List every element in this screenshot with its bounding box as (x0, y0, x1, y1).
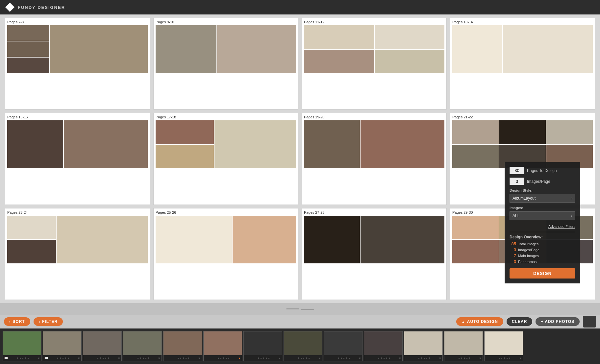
spread-label: Pages 21-22 (452, 115, 593, 119)
book-icon-3: 📖 (85, 356, 88, 360)
filmstrip-item-2[interactable]: 📖 ★ ★ ★ ★ ★ ♥ (43, 331, 82, 361)
spread-label: Pages 19-20 (304, 115, 444, 119)
book-icon-5: 📖 (165, 356, 168, 360)
spread-label: Pages 13-14 (452, 20, 593, 24)
filmstrip-item-3[interactable]: 📖 ★ ★ ★ ★ ★ ♥ (83, 331, 122, 361)
auto-design-button[interactable]: ▲ AUTO DESIGN (456, 317, 503, 326)
filmstrip-item-7[interactable]: 📖 ★ ★ ★ ★ ★ ♥ (243, 331, 282, 361)
advanced-filters-link[interactable]: Advanced Filters (548, 225, 575, 229)
design-style-select[interactable]: AlbumLayout › (510, 194, 575, 203)
heart-icon-5: ♥ (198, 356, 200, 360)
book-icon-2: 📖 (44, 356, 48, 360)
book-icon-11: 📖 (406, 356, 409, 360)
divider-handle[interactable] (0, 303, 600, 315)
filmstrip-footer-13: 📖 ★ ★ ★ ★ ★ ♥ (485, 355, 523, 361)
filter-button[interactable]: ‹ FILTER (34, 317, 63, 326)
spread-pages-9-10[interactable]: Pages 9-10 (153, 18, 298, 109)
stars-2: ★ ★ ★ ★ ★ (57, 357, 69, 360)
spread-label: Pages 9-10 (156, 20, 296, 24)
spread-label: Pages 7-8 (7, 20, 148, 24)
filmstrip-item-8[interactable]: 📖 ★ ★ ★ ★ ★ ♥ (284, 331, 322, 361)
heart-icon-10: ♥ (399, 356, 401, 360)
add-photos-button[interactable]: + ADD PHOTOS (536, 317, 580, 326)
topbar: FUNDY DESIGNER (0, 0, 600, 14)
sort-button[interactable]: ‹ SORT (4, 317, 30, 326)
stars-3: ★ ★ ★ ★ ★ (97, 357, 110, 360)
toolbar: ‹ SORT ‹ FILTER ▲ AUTO DESIGN CLEAR + AD… (0, 315, 600, 328)
design-overview-label: Design Overview: (510, 235, 575, 239)
spread-pages-11-12[interactable]: Pages 11-12 (302, 18, 447, 109)
filmstrip-photo-5 (163, 331, 202, 355)
filmstrip-photo-4 (123, 331, 162, 355)
filmstrip-footer-7: 📖 ★ ★ ★ ★ ★ ♥ (244, 355, 282, 361)
filmstrip-photo-11 (404, 331, 442, 355)
design-button[interactable]: DESIGN (510, 268, 575, 279)
heart-icon-12: ♥ (479, 356, 481, 360)
auto-design-popup: 30 Pages To Design 3 Images/Page Design … (505, 162, 580, 283)
chevron-right-icon: › (571, 197, 572, 200)
spread-pages-25-26[interactable]: Pages 25-26 (153, 208, 298, 300)
book-icon-8: 📖 (285, 356, 289, 360)
images-page-num: 3 (510, 247, 516, 252)
heart-icon-1: ♥ (38, 356, 40, 360)
filmstrip-photo-12 (444, 331, 483, 355)
spread-pages-7-8[interactable]: Pages 7-8 (5, 18, 150, 109)
book-icon-13: 📖 (486, 356, 489, 360)
stars-10: ★ ★ ★ ★ ★ (378, 357, 390, 360)
grid-view-button[interactable] (583, 316, 596, 328)
filmstrip-item-5[interactable]: 📖 ★ ★ ★ ★ ★ ♥ (163, 331, 202, 361)
filmstrip-item-6[interactable]: 📖 ★ ★ ★ ★ ★ ♥ (203, 331, 242, 361)
stars-9: ★ ★ ★ ★ ★ (338, 357, 350, 360)
main-images-label: Main Images (518, 254, 539, 258)
book-icon-10: 📖 (365, 356, 369, 360)
panoramas-label: Panoramas (518, 260, 537, 264)
spread-pages-19-20[interactable]: Pages 19-20 (302, 113, 447, 205)
stars-6: ★ ★ ★ ★ ★ (217, 357, 230, 360)
heart-icon-11: ♥ (439, 356, 441, 360)
stars-11: ★ ★ ★ ★ ★ (418, 357, 431, 360)
stars-5: ★ ★ ★ ★ ★ (177, 357, 190, 360)
filmstrip-photo-13 (485, 331, 523, 355)
filmstrip-footer-9: 📖 ★ ★ ★ ★ ★ ♥ (324, 355, 362, 361)
images-label: Images: (510, 206, 575, 210)
images-select[interactable]: ALL › (510, 211, 575, 220)
heart-icon-4: ♥ (158, 356, 160, 360)
filmstrip-footer-5: 📖 ★ ★ ★ ★ ★ ♥ (163, 355, 202, 361)
spread-label: Pages 11-12 (304, 20, 444, 24)
spread-pages-15-16[interactable]: Pages 15-16 (5, 113, 150, 205)
stars-4: ★ ★ ★ ★ ★ (137, 357, 150, 360)
spread-pages-17-18[interactable]: Pages 17-18 (153, 113, 298, 205)
spread-label: Pages 23-24 (7, 210, 148, 214)
stars-1: ★ ★ ★ ★ ★ (16, 357, 29, 360)
stars-12: ★ ★ ★ ★ ★ (458, 357, 471, 360)
spread-pages-13-14[interactable]: Pages 13-14 (450, 18, 595, 109)
filmstrip-photo-8 (284, 331, 322, 355)
spread-pages-27-28[interactable]: Pages 27-28 (302, 208, 447, 300)
filmstrip-item-9[interactable]: 📖 ★ ★ ★ ★ ★ ♥ (324, 331, 362, 361)
filmstrip-item-11[interactable]: 📖 ★ ★ ★ ★ ★ ♥ (404, 331, 443, 361)
spread-pages-23-24[interactable]: Pages 23-24 (5, 208, 150, 300)
filmstrip-item-13[interactable]: 📖 ★ ★ ★ ★ ★ ♥ (484, 331, 523, 361)
book-icon-9: 📖 (325, 356, 329, 360)
book-icon-6: 📖 (205, 356, 209, 360)
pages-to-design-input[interactable]: 30 (510, 167, 524, 174)
filmstrip-footer-11: 📖 ★ ★ ★ ★ ★ ♥ (404, 355, 442, 361)
clear-button[interactable]: CLEAR (507, 317, 532, 326)
app-title: FUNDY DESIGNER (18, 5, 65, 10)
filmstrip-item-12[interactable]: 📖 ★ ★ ★ ★ ★ ♥ (444, 331, 483, 361)
book-icon-7: 📖 (245, 356, 249, 360)
divider-line-2 (301, 309, 314, 310)
filmstrip-footer-10: 📖 ★ ★ ★ ★ ★ ♥ (364, 355, 402, 361)
design-style-label: Design Style: (510, 188, 575, 192)
filmstrip-item-10[interactable]: 📖 ★ ★ ★ ★ ★ ♥ (364, 331, 403, 361)
filmstrip-footer-8: 📖 ★ ★ ★ ★ ★ ♥ (284, 355, 322, 361)
filmstrip-footer-12: 📖 ★ ★ ★ ★ ★ ♥ (444, 355, 483, 361)
stars-7: ★ ★ ★ ★ ★ (257, 357, 270, 360)
filmstrip-footer-4: 📖 ★ ★ ★ ★ ★ ♥ (123, 355, 162, 361)
filmstrip-item-4[interactable]: 📖 ★ ★ ★ ★ ★ ♥ (123, 331, 162, 361)
filmstrip-item-1[interactable]: 📖 ★ ★ ★ ★ ★ ♥ (3, 331, 41, 361)
filmstrip-photo-3 (83, 331, 121, 355)
images-per-page-input[interactable]: 3 (510, 178, 524, 185)
filmstrip-footer-2: 📖 ★ ★ ★ ★ ★ ♥ (43, 355, 81, 361)
spread-label: Pages 17-18 (156, 115, 296, 119)
